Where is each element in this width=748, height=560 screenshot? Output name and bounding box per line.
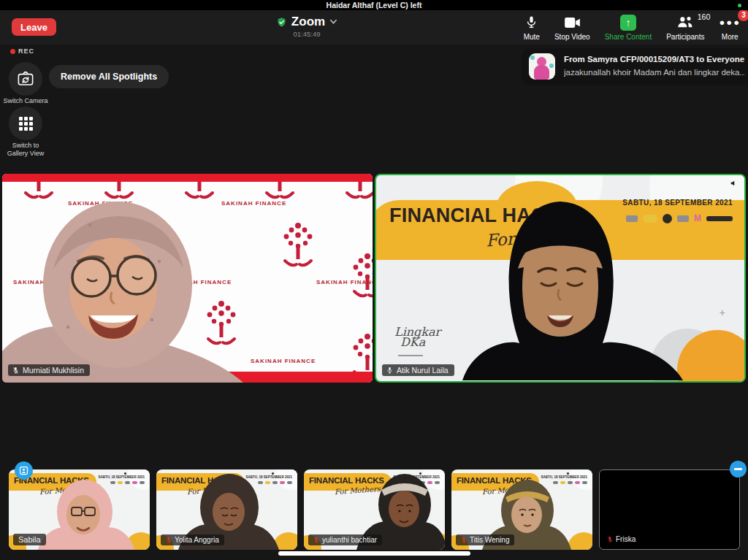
microphone-icon bbox=[525, 15, 538, 31]
muted-mic-icon bbox=[607, 536, 613, 543]
minus-icon bbox=[734, 468, 742, 470]
video-tile-sabila[interactable]: FINANCIAL HACKS For Mothers SABTU, 18 SE… bbox=[9, 469, 150, 550]
zoom-toolbar: Leave Zoom 01:45:49 Mute Stop Video bbox=[0, 10, 748, 45]
nameplate-titis: Titis Wening bbox=[456, 534, 514, 545]
chat-sender-line: From Samyra CFP/00015209/AT3 to Everyone bbox=[564, 55, 745, 64]
video-tile-friska-camera-off[interactable]: Friska bbox=[599, 469, 740, 550]
video-tile-murniati[interactable]: SAKINAH FINANCE SAKINAH FINANCE SAKINAH … bbox=[2, 174, 373, 383]
switch-to-gallery-view-button[interactable] bbox=[9, 107, 42, 140]
muted-mic-icon bbox=[166, 537, 172, 544]
recording-indicator: REC bbox=[10, 47, 34, 55]
meeting-event-notification: Haidar Althaf (Level C) left bbox=[0, 0, 748, 10]
switch-camera-icon bbox=[16, 70, 35, 88]
meeting-timer: 01:45:49 bbox=[294, 30, 321, 38]
participant-video-atik bbox=[376, 175, 744, 380]
chevron-down-icon bbox=[329, 19, 337, 25]
nameplate-murniati: Murniati Mukhlisin bbox=[8, 364, 90, 376]
participants-button[interactable]: 160 Participants bbox=[666, 15, 704, 41]
more-button[interactable]: ●●● 3 More bbox=[719, 15, 741, 41]
nameplate-yulianthi: yulianthi bachtiar bbox=[308, 534, 382, 545]
nameplate-sabila: Sabila bbox=[13, 534, 46, 545]
chat-message-preview: jazakunallah khoir Madam Ani dan lingkar… bbox=[564, 68, 745, 77]
remove-all-spotlights-button[interactable]: Remove All Spotlights bbox=[49, 65, 169, 88]
share-up-arrow-icon: ↑ bbox=[620, 15, 636, 31]
participants-icon bbox=[676, 15, 694, 30]
nameplate-friska: Friska bbox=[604, 534, 636, 545]
gallery-grid-icon bbox=[19, 117, 33, 131]
person-card-icon bbox=[18, 465, 29, 476]
speaker-stage: SAKINAH FINANCE SAKINAH FINANCE SAKINAH … bbox=[0, 174, 748, 383]
nameplate-atik: Atik Nurul Laila bbox=[382, 364, 454, 376]
camera-active-indicator-dot bbox=[738, 4, 741, 7]
mute-button[interactable]: Mute bbox=[524, 15, 540, 41]
more-notification-badge: 3 bbox=[738, 9, 748, 21]
gallery-view-label: Switch to Gallery View bbox=[0, 142, 56, 158]
app-title: Zoom bbox=[291, 15, 325, 29]
participant-video-murniati bbox=[2, 174, 373, 383]
muted-mic-icon bbox=[313, 537, 319, 544]
video-tile-yolita[interactable]: FINANCIAL HACKS For Mothers SABTU, 18 SE… bbox=[156, 469, 297, 550]
status-bar: Haidar Althaf (Level C) left bbox=[0, 0, 748, 10]
share-content-button[interactable]: ↑ Share Content bbox=[605, 15, 652, 41]
leave-button[interactable]: Leave bbox=[12, 18, 56, 36]
encryption-shield-icon bbox=[276, 17, 287, 28]
meeting-title-block[interactable]: Zoom 01:45:49 bbox=[241, 15, 373, 38]
speaker-audio-icon bbox=[730, 180, 737, 187]
video-tile-yulianthi[interactable]: FINANCIAL HACKS For Mothers SABTU, 18 SE… bbox=[304, 469, 445, 550]
switch-camera-label: Switch Camera bbox=[0, 97, 51, 104]
home-indicator-bar[interactable] bbox=[278, 551, 470, 556]
nameplate-yolita: Yolita Anggria bbox=[161, 534, 224, 545]
record-dot-icon bbox=[10, 49, 15, 54]
participants-count-badge: 160 bbox=[698, 12, 711, 21]
switch-camera-button[interactable] bbox=[9, 62, 42, 96]
self-view-toggle-button[interactable] bbox=[15, 461, 33, 480]
toolbar-actions: Mute Stop Video ↑ Share Content 160 Part… bbox=[524, 15, 741, 41]
stop-video-button[interactable]: Stop Video bbox=[554, 15, 590, 41]
chat-sender-avatar bbox=[529, 53, 555, 80]
video-camera-icon bbox=[564, 15, 581, 31]
mic-icon bbox=[386, 367, 393, 375]
video-tile-atik-active-speaker[interactable]: FINANCIAL HACKS For M SABTU, 18 SEPTEMBE… bbox=[375, 174, 746, 383]
collapse-thumbnails-button[interactable] bbox=[730, 461, 747, 477]
muted-mic-icon bbox=[461, 537, 467, 544]
chat-notification-toast[interactable]: From Samyra CFP/00015209/AT3 to Everyone… bbox=[522, 48, 748, 85]
muted-mic-icon bbox=[12, 367, 19, 375]
video-tile-titis[interactable]: FINANCIAL HACKS For Mothers SABTU, 18 SE… bbox=[451, 469, 592, 550]
